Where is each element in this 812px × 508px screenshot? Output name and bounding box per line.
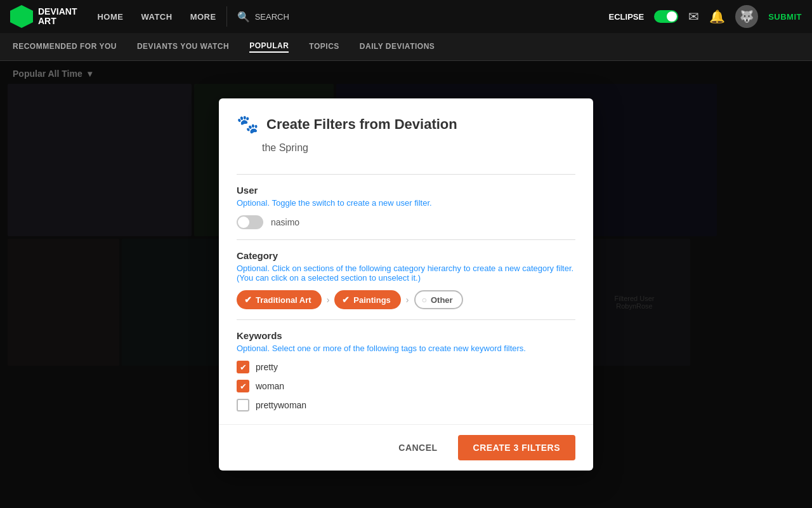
eclipse-toggle[interactable]	[654, 10, 678, 23]
logo[interactable]: DEVIANTART	[10, 5, 77, 28]
modal-body: User Optional. Toggle the switch to crea…	[219, 174, 593, 424]
nav-watch[interactable]: WATCH	[141, 12, 172, 22]
cat-label-other: Other	[431, 295, 453, 305]
keywords-section-desc: Optional. Select one or more of the foll…	[237, 344, 575, 353]
nav-more[interactable]: MORE	[190, 12, 216, 22]
cat-pill-traditional-art[interactable]: ✔ Traditional Art	[237, 290, 322, 309]
divider-1	[237, 174, 575, 175]
category-section: Category Optional. Click on sections of …	[237, 250, 575, 309]
checkbox-pretty[interactable]: ✔	[237, 361, 249, 373]
modal-subtitle: the Spring	[219, 142, 593, 164]
category-desc-link: Click on sections of the following categ…	[237, 264, 573, 283]
divider-3	[237, 319, 575, 320]
cat-label-traditional-art: Traditional Art	[256, 295, 311, 305]
navbar: DEVIANTART HOME WATCH MORE 🔍 SEARCH ECLI…	[0, 0, 812, 33]
search-icon: 🔍	[237, 11, 250, 23]
user-row: nasimo	[237, 215, 575, 229]
submit-button[interactable]: SUBMIT	[768, 12, 802, 22]
search-area[interactable]: 🔍 SEARCH	[237, 11, 289, 23]
category-row: ✔ Traditional Art › ✔ Paintings › ○	[237, 290, 575, 309]
nav-divider	[226, 6, 227, 27]
keyword-item-pretty[interactable]: ✔ pretty	[237, 361, 575, 373]
user-section-title: User	[237, 185, 575, 196]
modal-header: 🐾 Create Filters from Deviation	[219, 98, 593, 142]
subnav-topics[interactable]: TOPICS	[309, 42, 339, 52]
keyword-label-woman: woman	[256, 381, 284, 391]
keyword-item-woman[interactable]: ✔ woman	[237, 380, 575, 392]
subnav-popular[interactable]: POPULAR	[249, 41, 289, 53]
logo-text: DEVIANTART	[38, 7, 77, 27]
modal-overlay: 🐾 Create Filters from Deviation the Spri…	[0, 61, 812, 508]
content-area: Popular All Time ▾ ✖ FilteredKeywordsTag…	[0, 61, 812, 508]
create-filters-button[interactable]: CREATE 3 FILTERS	[458, 435, 575, 460]
username-label: nasimo	[271, 217, 299, 227]
keyword-label-pretty: pretty	[256, 362, 278, 372]
toggle-knob	[667, 11, 677, 22]
modal-dialog: 🐾 Create Filters from Deviation the Spri…	[219, 98, 593, 471]
eclipse-label: ECLIPSE	[609, 12, 645, 22]
keyword-item-prettywoman[interactable]: prettywoman	[237, 399, 575, 411]
nav-right: ECLIPSE ✉ 🔔 🐺 SUBMIT	[609, 5, 802, 28]
notifications-icon[interactable]: 🔔	[709, 9, 725, 24]
cat-label-paintings: Paintings	[353, 295, 391, 305]
subnav-watch[interactable]: DEVIANTS YOU WATCH	[137, 42, 229, 52]
messages-icon[interactable]: ✉	[688, 9, 699, 24]
nav-links: HOME WATCH MORE	[97, 12, 216, 22]
user-section: User Optional. Toggle the switch to crea…	[237, 185, 575, 229]
keywords-desc-plain: Optional.	[237, 344, 270, 353]
subnav-daily[interactable]: DAILY DEVIATIONS	[360, 42, 435, 52]
search-label: SEARCH	[255, 12, 289, 22]
modal-footer: CANCEL CREATE 3 FILTERS	[219, 424, 593, 471]
checkbox-prettywoman[interactable]	[237, 399, 249, 411]
cat-check-icon-2: ✔	[342, 295, 350, 305]
user-section-desc: Optional. Toggle the switch to create a …	[237, 198, 575, 208]
user-desc-link: Toggle the switch to create a new user f…	[272, 198, 431, 208]
cat-check-icon: ✔	[244, 295, 252, 305]
keywords-section-title: Keywords	[237, 330, 575, 341]
category-section-desc: Optional. Click on sections of the follo…	[237, 264, 575, 283]
modal-title: Create Filters from Deviation	[266, 116, 457, 133]
modal-icon: 🐾	[237, 114, 259, 135]
user-filter-toggle[interactable]	[237, 215, 263, 229]
keywords-section: Keywords Optional. Select one or more of…	[237, 330, 575, 411]
checkbox-woman[interactable]: ✔	[237, 380, 249, 392]
category-desc-plain: Optional.	[237, 264, 270, 273]
cancel-button[interactable]: CANCEL	[386, 436, 450, 459]
cat-pill-paintings[interactable]: ✔ Paintings	[334, 290, 401, 309]
cat-pill-other[interactable]: ○ Other	[414, 290, 463, 309]
subnav-recommended[interactable]: RECOMMENDED FOR YOU	[13, 42, 117, 52]
toggle-off-knob	[238, 217, 249, 228]
keywords-desc-link: Select one or more of the following tags…	[272, 344, 526, 353]
keyword-list: ✔ pretty ✔ woman prettywoman	[237, 361, 575, 411]
cat-arrow-2: ›	[406, 295, 409, 305]
cat-circle-icon: ○	[422, 295, 427, 305]
nav-home[interactable]: HOME	[97, 12, 123, 22]
category-section-title: Category	[237, 250, 575, 261]
subnav: RECOMMENDED FOR YOU DEVIANTS YOU WATCH P…	[0, 33, 812, 61]
keyword-label-prettywoman: prettywoman	[256, 400, 306, 410]
cat-arrow-1: ›	[327, 295, 330, 305]
logo-icon	[10, 5, 33, 28]
avatar[interactable]: 🐺	[735, 5, 758, 28]
user-desc-plain: Optional.	[237, 198, 270, 208]
divider-2	[237, 239, 575, 240]
